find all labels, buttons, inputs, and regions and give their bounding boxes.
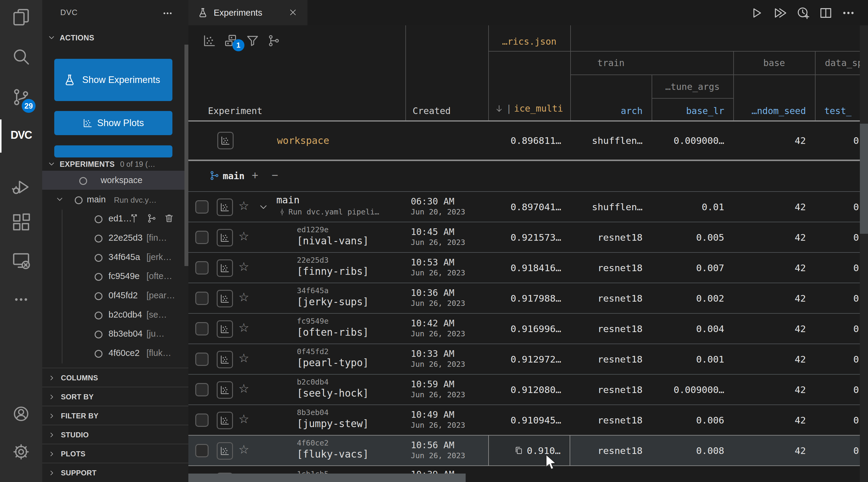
extensions-icon xyxy=(11,212,31,232)
cell-arch[interactable]: resnet18 xyxy=(570,344,652,374)
open-plots-button[interactable] xyxy=(217,412,233,429)
star-icon[interactable]: ☆ xyxy=(239,352,249,364)
open-plots-button[interactable] xyxy=(217,229,233,247)
sidebar-section-sort-by[interactable]: SORT BY xyxy=(42,387,188,406)
activity-bar-item-extensions[interactable] xyxy=(0,207,42,237)
star-icon[interactable]: ☆ xyxy=(239,230,249,242)
cell-metric[interactable]: 0.921573… xyxy=(488,222,570,252)
cell-base_lr[interactable]: 0.007 xyxy=(652,253,733,283)
cell-seed[interactable]: 42 xyxy=(733,344,815,374)
star-icon[interactable]: ☆ xyxy=(239,413,249,425)
sidebar-section-filter-by[interactable]: FILTER BY xyxy=(42,406,188,425)
cell-metric[interactable]: 0.912972… xyxy=(488,344,570,374)
table-row-0f45fd2[interactable]: ☆0f45fd2[pearl-typo]10:33 AMJun 26, 2023… xyxy=(188,344,868,374)
activity-bar-item-source-control[interactable]: 29 xyxy=(0,82,42,112)
vertical-scrollbar-thumb[interactable] xyxy=(860,124,868,234)
star-icon[interactable]: ☆ xyxy=(239,321,249,334)
star-icon[interactable]: ☆ xyxy=(239,200,249,212)
cell-base_lr[interactable]: 0.009000… xyxy=(652,375,733,404)
star-icon[interactable]: ☆ xyxy=(239,382,249,395)
sidebar-section-plots[interactable]: PLOTS xyxy=(42,444,188,463)
cell-base_lr[interactable]: 0.008 xyxy=(652,435,733,465)
activity-bar-item-account[interactable] xyxy=(0,399,42,429)
activity-bar-item-settings[interactable] xyxy=(0,437,42,467)
row-checkbox[interactable] xyxy=(195,352,209,366)
cell-seed[interactable]: 42 xyxy=(733,253,815,283)
table-row-8b3eb04[interactable]: ☆8b3eb04[jumpy-stew]10:49 AMJun 26, 2023… xyxy=(188,404,868,435)
cell-base_lr[interactable]: 0.001 xyxy=(652,344,733,374)
sidebar-section-support[interactable]: SUPPORT xyxy=(42,463,188,482)
cell-arch[interactable]: resnet18 xyxy=(570,283,652,313)
table-row-22e25d3[interactable]: ☆22e25d3[finny-ribs]10:53 AMJun 26, 2023… xyxy=(188,252,868,283)
table-row-ed1229e[interactable]: ☆ed1229e[nival-vans]10:45 AMJun 26, 2023… xyxy=(188,222,868,252)
cell-seed[interactable]: 42 xyxy=(733,405,815,435)
cell-base_lr[interactable]: 0.01 xyxy=(652,192,733,222)
open-plots-button[interactable] xyxy=(217,198,233,216)
experiment-name: [pearl-typo] xyxy=(297,357,369,369)
chevron-down-icon[interactable] xyxy=(258,202,269,212)
sidebar-section-label: PLOTS xyxy=(61,450,86,458)
row-checkbox[interactable] xyxy=(195,444,209,457)
open-plots-button[interactable] xyxy=(217,381,233,399)
cell-metric[interactable]: 0.912080… xyxy=(488,375,570,404)
horizontal-scrollbar[interactable] xyxy=(188,474,466,482)
cell-seed[interactable]: 42 xyxy=(733,435,815,465)
sidebar-scrollbar[interactable] xyxy=(184,45,188,266)
activity-bar-item-explorer[interactable] xyxy=(0,2,42,32)
cell-arch[interactable]: resnet18 xyxy=(570,405,652,435)
activity-bar-item-more[interactable] xyxy=(0,284,42,315)
row-checkbox[interactable] xyxy=(195,414,209,427)
cell-base_lr[interactable]: 0.006 xyxy=(652,405,733,435)
cell-base_lr[interactable]: 0.004 xyxy=(652,314,733,344)
star-icon[interactable]: ☆ xyxy=(239,291,249,303)
open-plots-button[interactable] xyxy=(217,351,233,368)
star-icon[interactable]: ☆ xyxy=(239,261,249,273)
activity-bar-item-dvc[interactable]: DVC xyxy=(0,120,42,150)
row-checkbox[interactable] xyxy=(195,322,209,335)
cell-metric[interactable]: 0.918416… xyxy=(488,253,570,283)
cell-seed[interactable]: 42 xyxy=(733,192,815,222)
star-icon[interactable]: ☆ xyxy=(239,444,249,455)
table-row-b2c0db4[interactable]: ☆b2c0db4[seely-hock]10:59 AMJun 26, 2023… xyxy=(188,374,868,404)
experiment-id: ed1229e xyxy=(297,225,329,234)
open-plots-button[interactable] xyxy=(217,320,233,338)
cell-arch[interactable]: resnet18 xyxy=(570,314,652,344)
run-and-debug-icon xyxy=(11,177,31,197)
activity-bar-item-remote-explorer[interactable] xyxy=(0,245,42,275)
cell-seed[interactable]: 42 xyxy=(733,222,815,252)
row-checkbox[interactable] xyxy=(195,231,209,244)
sidebar-section-columns[interactable]: COLUMNS xyxy=(42,368,188,387)
cell-arch[interactable]: shufflen… xyxy=(570,192,652,222)
row-checkbox[interactable] xyxy=(195,200,209,214)
row-checkbox[interactable] xyxy=(195,261,209,275)
cell-metric[interactable]: 0.916996… xyxy=(488,314,570,344)
open-plots-button[interactable] xyxy=(217,290,233,307)
row-checkbox[interactable] xyxy=(195,292,209,305)
table-row-main[interactable]: ☆mainRun dvc.yaml pipeli…06:30 AMJun 20,… xyxy=(188,191,868,222)
activity-bar-item-run-and-debug[interactable] xyxy=(0,172,42,202)
cell-seed[interactable]: 42 xyxy=(733,314,815,344)
cell-arch[interactable]: resnet18 xyxy=(570,435,652,465)
table-row-4f60ce2[interactable]: ☆4f60ce2[fluky-vacs]10:56 AMJun 26, 2023… xyxy=(188,435,868,465)
cell-seed[interactable]: 42 xyxy=(733,375,815,404)
chevron-right-icon xyxy=(48,393,56,401)
cell-metric[interactable]: 0.910945… xyxy=(488,405,570,435)
vertical-scrollbar-track[interactable] xyxy=(860,25,868,482)
cell-seed[interactable]: 42 xyxy=(733,283,815,313)
cell-arch[interactable]: resnet18 xyxy=(570,222,652,252)
cell-metric[interactable]: 0.917988… xyxy=(488,283,570,313)
cell-arch[interactable]: resnet18 xyxy=(570,375,652,404)
created-time: 10:33 AM xyxy=(411,348,455,359)
open-plots-button[interactable] xyxy=(217,259,233,277)
row-checkbox[interactable] xyxy=(195,383,209,396)
sidebar-section-studio[interactable]: STUDIO xyxy=(42,425,188,444)
activity-bar-item-search[interactable] xyxy=(0,41,42,72)
plot-icon xyxy=(220,355,230,365)
cell-base_lr[interactable]: 0.005 xyxy=(652,222,733,252)
cell-metric[interactable]: 0.897041… xyxy=(488,192,570,222)
cell-arch[interactable]: resnet18 xyxy=(570,253,652,283)
table-row-34f645a[interactable]: ☆34f645a[jerky-sups]10:36 AMJun 26, 2023… xyxy=(188,283,868,313)
table-row-fc9549e[interactable]: ☆fc9549e[often-ribs]10:42 AMJun 26, 2023… xyxy=(188,313,868,344)
cell-base_lr[interactable]: 0.002 xyxy=(652,283,733,313)
open-plots-button[interactable] xyxy=(217,442,233,460)
